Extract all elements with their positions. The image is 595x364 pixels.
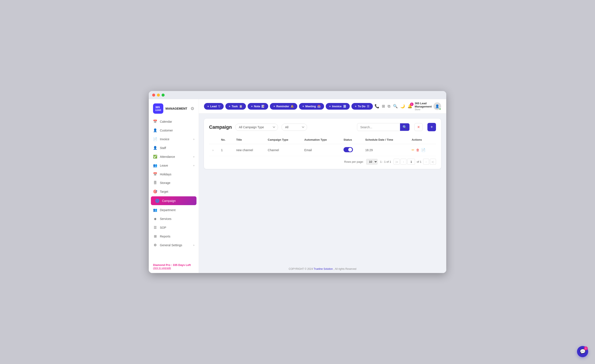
sidebar-item-label: Holidays (160, 172, 171, 176)
sidebar-item-staff[interactable]: 👤 Staff (149, 143, 199, 152)
col-title: Title (233, 136, 264, 144)
plus-icon: + (229, 105, 231, 108)
grid-icon[interactable]: ⊞ (382, 104, 385, 108)
services-icon: ◈ (153, 217, 157, 221)
note-icon: 📝 (261, 105, 265, 108)
campaign-type-filter[interactable]: All Campaign Type Channel Email SMS (235, 123, 278, 131)
plus-icon: + (302, 105, 304, 108)
sidebar-item-reports[interactable]: ⊞ Reports (149, 232, 199, 241)
search-input[interactable] (357, 124, 400, 131)
plus-icon: + (329, 105, 331, 108)
todo-icon: ☰ (367, 105, 369, 108)
search-icon[interactable]: 🔍 (393, 104, 398, 108)
sidebar-item-calendar[interactable]: 📅 Calendar (149, 117, 199, 126)
sidebar-item-sop[interactable]: ☰ SOP (149, 223, 199, 232)
logo-text-wrap: MANAGEMENT (165, 107, 187, 110)
target-icon: 🎯 (153, 190, 157, 193)
close-dot[interactable] (152, 93, 155, 97)
doc-icon[interactable]: 📄 (421, 148, 425, 152)
sidebar-item-label: Attendance (160, 155, 175, 158)
sidebar-item-storage[interactable]: 🗄 Storage (149, 178, 199, 187)
row-expand-icon[interactable]: › (212, 148, 214, 152)
meeting-label: Meeting (305, 105, 316, 108)
search-button[interactable]: 🔍 (400, 123, 410, 131)
sidebar-item-label: General Settings (160, 243, 182, 247)
delete-icon[interactable]: 🗑 (416, 148, 419, 152)
todo-button[interactable]: + To Do ☰ (351, 103, 373, 110)
cell-status (340, 144, 362, 156)
sidebar-item-label: Campaign (162, 199, 176, 203)
minimize-dot[interactable] (157, 93, 160, 97)
status-filter[interactable]: All Active Inactive (282, 123, 307, 131)
sidebar-item-leave[interactable]: 👥 Leave › (149, 161, 199, 170)
notification-bell[interactable]: 🔔 0 (408, 104, 412, 108)
search-box: 🔍 (357, 123, 410, 131)
sidebar-bottom: Diamond Pro : 335 Days Left click to upg… (149, 260, 199, 273)
sidebar-item-general-settings[interactable]: ⚙ General Settings › (149, 241, 199, 250)
col-schedule: Schedule Date / Time (362, 136, 408, 144)
moon-icon[interactable]: 🌙 (400, 104, 405, 108)
user-info[interactable]: 365 Lead Management Store 👤 (415, 102, 441, 111)
footer-copyright: COPYRIGHT © 2024 (289, 267, 313, 271)
prev-page-button[interactable]: ‹ (400, 159, 406, 165)
reminder-label: Reminder (276, 105, 289, 108)
last-page-button[interactable]: ▸| (430, 159, 436, 165)
sidebar-item-target[interactable]: 🎯 Target (149, 187, 199, 196)
user-store: Store (415, 108, 432, 111)
meeting-button[interactable]: + Meeting 📅 (299, 103, 324, 110)
task-icon: 📋 (239, 105, 242, 108)
chat-fab[interactable]: 💬 0 (577, 346, 588, 357)
col-no: No. (218, 136, 233, 144)
sidebar-item-invoice[interactable]: 📄 Invoice › (149, 135, 199, 143)
edit-icon[interactable]: ✏ (411, 148, 414, 152)
sidebar-item-services[interactable]: ◈ Services (149, 214, 199, 223)
rows-per-page-select[interactable]: 10 25 50 (366, 159, 377, 165)
plus-icon: + (355, 105, 357, 108)
clear-button[interactable]: ✕ (414, 123, 423, 131)
status-toggle[interactable] (344, 147, 353, 152)
sidebar-item-campaign[interactable]: 🌐 Campaign (151, 196, 197, 205)
invoice-icon: 📄 (153, 137, 157, 141)
col-status: Status (340, 136, 362, 144)
lead-button[interactable]: + Lead ▽ (204, 103, 224, 110)
invoice-button[interactable]: + Invoice 🧾 (326, 103, 350, 110)
department-icon: 👥 (153, 208, 157, 212)
phone-icon[interactable]: 📞 (375, 104, 379, 108)
reminder-button[interactable]: + Reminder 🔔 (270, 103, 297, 110)
sidebar-item-label: SOP (160, 226, 166, 229)
filter-icon: ▽ (218, 105, 220, 108)
copy-icon[interactable]: ⧉ (388, 104, 390, 108)
sidebar-item-department[interactable]: 👥 Department (149, 206, 199, 214)
sidebar-item-customer[interactable]: 👤 Customer (149, 126, 199, 135)
note-button[interactable]: + Note 📝 (248, 103, 268, 110)
online-indicator (439, 108, 441, 110)
page-input[interactable] (407, 159, 415, 165)
general-settings-icon: ⚙ (153, 243, 157, 247)
notification-count: 0 (410, 103, 413, 106)
meeting-icon: 📅 (317, 105, 321, 108)
invoice-label: Invoice (332, 105, 342, 108)
sidebar-item-attendance[interactable]: ✅ Attendance › (149, 152, 199, 161)
add-campaign-button[interactable]: + (427, 123, 436, 131)
first-page-button[interactable]: |◂ (394, 159, 400, 165)
calendar-icon: 📅 (153, 120, 157, 123)
campaign-table: No. Title Campaign Type Automation Type … (209, 136, 436, 156)
page-nav: |◂ ‹ of 1 › ▸| (394, 159, 436, 165)
sidebar-settings-icon[interactable]: ⚙ (191, 106, 194, 111)
invoice-icon: 🧾 (343, 105, 346, 108)
pagination-range: 1 - 1 of 1 (380, 160, 391, 163)
chevron-right-icon: › (193, 155, 194, 158)
plus-icon: + (251, 105, 253, 108)
task-button[interactable]: + Task 📋 (225, 103, 246, 110)
sidebar-item-holidays[interactable]: 📅 Holidays (149, 170, 199, 178)
leave-icon: 👥 (153, 163, 157, 167)
next-page-button[interactable]: › (423, 159, 429, 165)
pagination-row: Rows per page: 10 25 50 1 - 1 of 1 |◂ ‹ … (209, 156, 436, 165)
sidebar-logo: 365LEAD MANAGEMENT ⚙ (149, 99, 199, 117)
sidebar-item-label: Customer (160, 129, 173, 132)
title-bar (149, 91, 446, 99)
plus-icon: + (207, 105, 209, 108)
maximize-dot[interactable] (162, 93, 165, 97)
footer-link[interactable]: Trueline Solution (313, 267, 333, 271)
upgrade-link[interactable]: click to upgrade (153, 267, 194, 270)
